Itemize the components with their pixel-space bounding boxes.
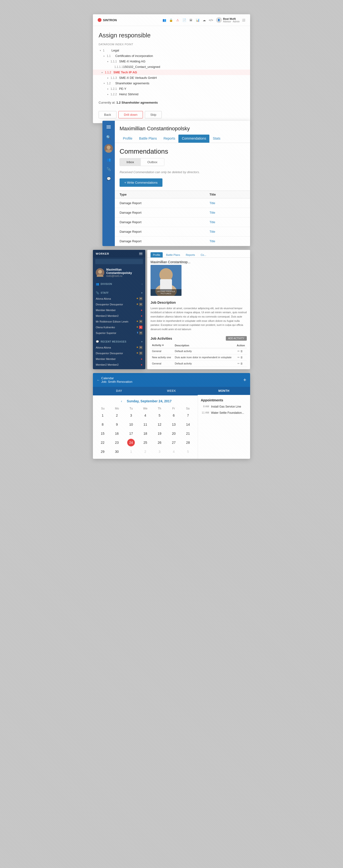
calendar-day[interactable]: 20 <box>170 430 178 437</box>
code-icon[interactable]: </> <box>209 18 213 22</box>
tab-reports[interactable]: Reports <box>160 134 179 143</box>
tab-profile[interactable]: Profile <box>120 134 136 143</box>
calendar-day[interactable]: 30 <box>113 448 121 456</box>
damage-report-title[interactable]: Title <box>205 198 250 208</box>
calendar-day[interactable]: 26 <box>156 439 163 446</box>
calendar-day[interactable]: 4 <box>142 412 149 419</box>
paperclip-icon[interactable]: 📎 <box>106 166 111 172</box>
calendar-day[interactable]: 9 <box>113 421 121 428</box>
activity-actions[interactable]: ✏🗑 <box>235 354 247 361</box>
worker-menu-icon[interactable] <box>139 252 143 255</box>
inner-tab-co[interactable]: Co... <box>198 252 209 257</box>
inner-tab-profile[interactable]: Profile <box>151 252 163 257</box>
tree-item[interactable]: ▸ 1.2.2 Heinz Sbhmid <box>99 91 244 97</box>
drill-down-button[interactable]: Drill down <box>118 111 143 118</box>
users-icon[interactable]: 👥 <box>162 18 166 22</box>
window-controls[interactable]: ⬜ <box>242 19 245 22</box>
activity-actions[interactable]: ✏🗑 <box>235 361 247 367</box>
calendar-day[interactable]: 8 <box>99 421 106 428</box>
damage-report-title[interactable]: Title <box>205 236 250 246</box>
sidebar-menu-icon[interactable] <box>105 124 112 130</box>
calendar-day-next[interactable]: 2 <box>142 448 149 456</box>
list-item[interactable]: Aliona Aliona ★✉ <box>93 296 145 302</box>
cloud-icon[interactable]: ☁ <box>202 18 207 22</box>
tree-item[interactable]: ▸ 1.1.3 SME-X DE Verkaufs GmbH <box>99 75 244 81</box>
calendar-day[interactable]: 17 <box>127 430 135 437</box>
skip-button[interactable]: Skip <box>145 111 162 118</box>
calendar-day-next[interactable]: 5 <box>184 448 192 456</box>
calendar-day[interactable]: 3 <box>127 412 135 419</box>
calendar-day[interactable]: 29 <box>99 448 106 456</box>
tree-item-highlighted[interactable]: ▸ 1.1.2 SME Tech IP AG <box>93 69 250 75</box>
calendar-day[interactable]: 6 <box>170 412 178 419</box>
add-activity-button[interactable]: ADD ACTIVITY <box>226 336 247 341</box>
tab-stats[interactable]: Stats <box>209 134 224 143</box>
inner-tab-battle-plans[interactable]: Battle Plans <box>164 252 183 257</box>
calendar-day[interactable]: 10 <box>127 421 135 428</box>
list-item[interactable]: Superior Superior ⬆✉ <box>93 330 145 336</box>
back-button[interactable]: Back <box>99 111 117 118</box>
damage-report-title[interactable]: Title <box>205 217 250 227</box>
tab-commendations[interactable]: Commendations <box>179 134 209 143</box>
tree-item[interactable]: ▸ 1.1.1 SME-X Holding AG <box>99 59 244 64</box>
calendar-day[interactable]: 23 <box>113 439 121 446</box>
damage-report-title[interactable]: Title <box>205 227 250 236</box>
calendar-day[interactable]: 19 <box>156 430 163 437</box>
calendar-day-today[interactable]: 24 <box>127 439 135 446</box>
list-item[interactable]: Member Member ● <box>93 307 145 313</box>
staff-header[interactable]: 📎 STAFF ▾ <box>93 290 145 296</box>
tree-item[interactable]: ▸ 1.2.1 PE-Y <box>99 86 244 91</box>
calendar-day[interactable]: 2 <box>113 412 121 419</box>
outbox-tab[interactable]: Outbox <box>141 158 164 166</box>
calendar-day[interactable]: 25 <box>142 439 149 446</box>
archive-icon[interactable]: 🏛 <box>189 18 193 22</box>
alert-icon[interactable]: ⚠ <box>176 18 180 22</box>
calendar-day-next[interactable]: 4 <box>170 448 178 456</box>
calendar-day[interactable]: 21 <box>184 430 192 437</box>
calendar-day[interactable]: 14 <box>184 421 192 428</box>
calendar-day[interactable]: 15 <box>99 430 106 437</box>
tab-battle-plans[interactable]: Battle Plans <box>136 134 160 143</box>
lock-icon[interactable]: 🔒 <box>169 18 173 22</box>
calendar-day-next[interactable]: 1 <box>127 448 135 456</box>
write-commendation-button[interactable]: + Write Commendations <box>120 178 162 187</box>
inner-tab-reports[interactable]: Reports <box>183 252 197 257</box>
tree-item[interactable]: ▸ 1.1 Certificates of incorporation <box>99 53 244 59</box>
calendar-day[interactable]: 5 <box>156 412 163 419</box>
tree-item[interactable]: ▸ 1.1.1.1 150102_Contact_unsigned <box>99 64 244 69</box>
calendar-day[interactable]: 18 <box>142 430 149 437</box>
inbox-tab[interactable]: Inbox <box>120 158 141 166</box>
division-header[interactable]: 👥 DIVISION › <box>93 281 145 287</box>
chart-icon[interactable]: 📊 <box>195 18 200 22</box>
list-item[interactable]: Mr Robbinson Edison Lewin ★✉ <box>93 319 145 324</box>
calendar-day[interactable]: 13 <box>170 421 178 428</box>
list-item[interactable]: Member Member ● <box>93 356 145 362</box>
calendar-day[interactable]: 16 <box>113 430 121 437</box>
calendar-day[interactable]: 11 <box>142 421 149 428</box>
calendar-day[interactable]: 7 <box>184 412 192 419</box>
list-item[interactable]: Aliona Aliona ★✉ <box>93 345 145 350</box>
tree-item[interactable]: ▾ 1 Legal <box>99 48 244 53</box>
calendar-day[interactable]: 27 <box>170 439 178 446</box>
search-icon[interactable]: 🔍 <box>106 134 111 140</box>
recent-messages-header[interactable]: 💬 RECENT MESSAGES ▾ <box>93 339 145 345</box>
activity-actions[interactable]: ✏🗑 <box>235 348 247 354</box>
appointment-item[interactable]: 11 AM Water Settle Foundation... <box>201 411 247 414</box>
chat-icon[interactable]: 💬 <box>106 176 111 181</box>
tree-item[interactable]: ▾ 1.2 Shareholder agreements <box>99 81 244 86</box>
list-item[interactable]: Member2 Member2 ● <box>93 313 145 319</box>
list-item[interactable]: Divsuperior Divsuperior ★✉ <box>93 302 145 307</box>
worker-search-input[interactable] <box>95 259 143 264</box>
calendar-day[interactable]: 1 <box>99 412 106 419</box>
damage-report-title[interactable]: Title <box>205 208 250 217</box>
calendar-add-button[interactable]: + <box>243 377 246 382</box>
upload-overlay[interactable]: UPLOAD PROFILE PICTURES <box>151 289 182 296</box>
appointment-item[interactable]: 8 AM Install Gas Service Line <box>201 405 247 408</box>
calendar-day[interactable]: 12 <box>156 421 163 428</box>
list-item[interactable]: Member2 Member2 ● <box>93 362 145 368</box>
list-item[interactable]: Divsuperior Divsuperior ★✉ <box>93 350 145 356</box>
view-week[interactable]: WEEK <box>145 387 198 395</box>
doc-icon[interactable]: 📄 <box>182 18 187 22</box>
prev-month-button[interactable]: ‹ <box>119 398 124 404</box>
view-month[interactable]: MONTH <box>198 387 250 395</box>
